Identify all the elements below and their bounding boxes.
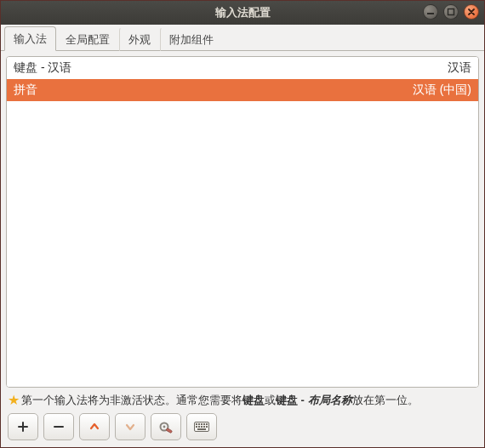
chevron-down-icon — [124, 421, 136, 433]
move-down-button[interactable] — [115, 413, 146, 440]
minus-icon — [53, 421, 65, 433]
list-item[interactable]: 拼音 汉语 (中国) — [7, 79, 478, 101]
maximize-icon — [447, 8, 455, 16]
close-button[interactable] — [464, 4, 479, 20]
titlebar: 输入法配置 — [1, 1, 484, 25]
tab-appearance[interactable]: 外观 — [119, 27, 160, 51]
svg-rect-14 — [203, 426, 205, 428]
svg-rect-13 — [201, 426, 203, 428]
list-item-lang: 汉语 — [448, 60, 471, 76]
list-item[interactable]: 键盘 - 汉语 汉语 — [7, 57, 478, 79]
add-button[interactable] — [8, 413, 38, 440]
svg-rect-15 — [206, 426, 208, 428]
list-item-lang: 汉语 (中国) — [413, 82, 471, 98]
svg-rect-9 — [203, 423, 205, 425]
close-icon — [467, 8, 476, 16]
remove-button[interactable] — [43, 413, 74, 440]
list-item-name: 拼音 — [14, 82, 413, 98]
tab-global-config[interactable]: 全局配置 — [56, 27, 119, 51]
list-empty-area — [7, 101, 478, 387]
svg-rect-6 — [196, 423, 197, 425]
window-title: 输入法配置 — [1, 5, 484, 20]
window-controls — [423, 4, 479, 20]
svg-rect-8 — [201, 423, 203, 425]
list-item-name: 键盘 - 汉语 — [14, 60, 448, 76]
tab-bar: 输入法 全局配置 外观 附加组件 — [1, 25, 484, 51]
move-up-button[interactable] — [79, 413, 110, 440]
svg-rect-11 — [196, 426, 197, 428]
svg-rect-7 — [198, 423, 200, 425]
maximize-button[interactable] — [443, 4, 459, 20]
toolbar — [6, 413, 479, 440]
chevron-up-icon — [88, 421, 100, 433]
gear-icon — [158, 420, 174, 434]
star-icon: ★ — [8, 394, 20, 407]
keyboard-icon — [194, 422, 209, 432]
configure-button[interactable] — [151, 413, 181, 440]
window: 输入法配置 输入法 全局配置 外观 附加组件 键盘 - 汉语 汉语 拼音 — [0, 0, 485, 448]
svg-rect-1 — [448, 9, 454, 15]
keyboard-button[interactable] — [186, 413, 217, 440]
input-method-list[interactable]: 键盘 - 汉语 汉语 拼音 汉语 (中国) — [6, 56, 479, 388]
svg-rect-4 — [166, 428, 173, 434]
tab-addons[interactable]: 附加组件 — [160, 27, 223, 51]
content: 键盘 - 汉语 汉语 拼音 汉语 (中国) ★ 第一个输入法将为非激活状态。通常… — [1, 51, 484, 447]
hint-bar: ★ 第一个输入法将为非激活状态。通常您需要将键盘或键盘 - 布局名称放在第一位。 — [6, 393, 479, 408]
svg-point-3 — [163, 426, 166, 428]
plus-icon — [17, 421, 29, 433]
minimize-icon — [426, 8, 435, 16]
tab-input-method[interactable]: 输入法 — [4, 26, 56, 51]
minimize-button[interactable] — [423, 4, 438, 20]
svg-rect-10 — [206, 423, 208, 425]
hint-text: 第一个输入法将为非激活状态。通常您需要将键盘或键盘 - 布局名称放在第一位。 — [21, 393, 419, 408]
svg-rect-16 — [197, 428, 206, 430]
svg-rect-0 — [427, 13, 434, 14]
svg-rect-12 — [198, 426, 200, 428]
